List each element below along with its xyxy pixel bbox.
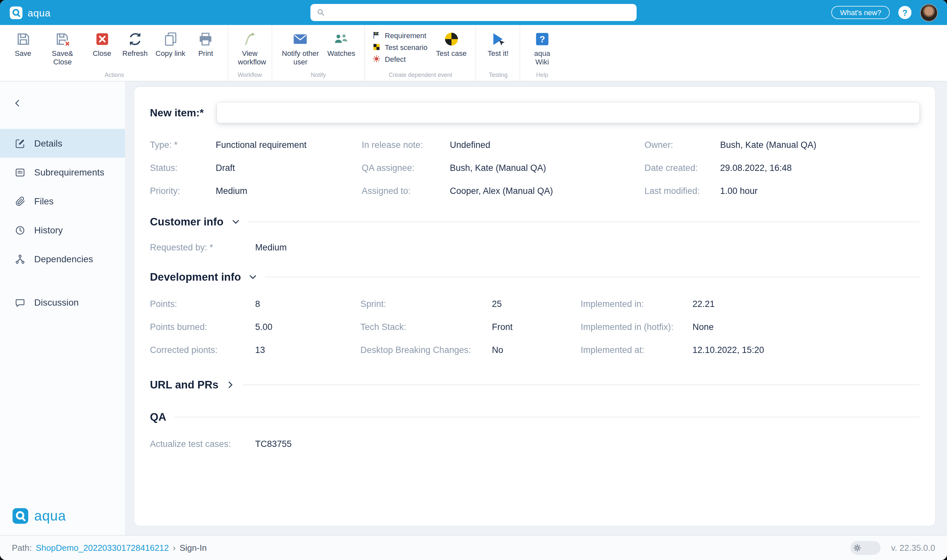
- ribbon-group-actions: Save Save& Close Close Refresh Copy link: [1, 25, 228, 81]
- user-avatar[interactable]: [920, 4, 938, 22]
- chevron-down-icon[interactable]: [231, 218, 240, 226]
- create-test-scenario-button[interactable]: Test scenario: [372, 43, 428, 51]
- sidebar-item-label: History: [34, 225, 63, 235]
- sprint-label: Sprint:: [360, 299, 492, 309]
- close-icon: [94, 31, 110, 47]
- save-button[interactable]: Save: [7, 28, 39, 60]
- create-test-case-label: Test case: [436, 49, 467, 58]
- sidebar-nav: Details Subrequirements Files History De…: [0, 129, 125, 317]
- close-button[interactable]: Close: [86, 28, 118, 60]
- notify-other-user-button[interactable]: Notify other user: [278, 28, 323, 69]
- refresh-button[interactable]: Refresh: [119, 28, 151, 60]
- tech-stack-value[interactable]: Front: [492, 322, 581, 332]
- section-divider: [243, 385, 919, 385]
- assigned-to-value[interactable]: Cooper, Alex (Manual QA): [450, 186, 645, 196]
- sidebar-item-history[interactable]: History: [0, 215, 125, 245]
- sidebar-item-discussion[interactable]: Discussion: [0, 288, 125, 317]
- test-it-icon: [490, 31, 507, 47]
- type-value[interactable]: Functional requirement: [216, 140, 362, 150]
- points-burned-value[interactable]: 5.00: [255, 322, 360, 332]
- create-defect-button[interactable]: Defect: [372, 55, 428, 63]
- item-form-card: New item:* Type: * Functional requiremen…: [134, 87, 935, 526]
- customer-info-section-header[interactable]: Customer info: [150, 215, 919, 228]
- actualize-test-cases-value[interactable]: TC83755: [255, 439, 360, 449]
- breadcrumb-project-link[interactable]: ShopDemo_202203301728416212: [36, 543, 169, 553]
- print-button[interactable]: Print: [190, 28, 222, 60]
- refresh-button-label: Refresh: [122, 49, 148, 58]
- status-value[interactable]: Draft: [216, 163, 362, 173]
- footer-right-cluster: v. 22.35.0.0: [850, 541, 935, 555]
- url-and-prs-section-header[interactable]: URL and PRs: [150, 378, 919, 391]
- copy-link-button[interactable]: Copy link: [152, 28, 189, 60]
- aqua-footer-logo-text: aqua: [34, 508, 66, 524]
- ribbon-group-testing: Test it! Testing: [476, 25, 520, 81]
- sidebar-item-dependencies[interactable]: Dependencies: [0, 245, 125, 274]
- search-input[interactable]: [330, 8, 631, 17]
- development-info-section-header[interactable]: Development info: [150, 271, 919, 283]
- defect-icon: [372, 55, 381, 63]
- path-label: Path:: [12, 543, 32, 553]
- test-it-label: Test it!: [488, 49, 509, 58]
- corrected-points-value[interactable]: 13: [255, 345, 360, 355]
- test-it-button[interactable]: Test it!: [482, 28, 514, 60]
- requested-by-value[interactable]: Medium: [255, 243, 360, 252]
- in-release-note-value[interactable]: Undefined: [450, 140, 645, 150]
- top-bar: aqua What's new? ?: [0, 0, 947, 25]
- last-modified-value: 1.00 hour: [720, 186, 919, 196]
- wiki-icon: ?: [534, 31, 550, 47]
- chevron-right-icon[interactable]: [226, 380, 235, 389]
- desktop-breaking-changes-value[interactable]: No: [492, 345, 581, 355]
- main-area: New item:* Type: * Functional requiremen…: [125, 82, 947, 535]
- section-divider: [265, 277, 919, 277]
- ribbon-group-notify: Notify other user Watches Notify: [272, 25, 365, 81]
- ribbon-group-label-workflow: Workflow: [234, 70, 266, 80]
- create-test-case-button[interactable]: Test case: [433, 28, 470, 60]
- test-scenario-icon: [372, 43, 381, 51]
- qa-assignee-value[interactable]: Bush, Kate (Manual QA): [450, 163, 645, 173]
- implemented-at-value[interactable]: 12.10.2022, 15:20: [693, 345, 919, 355]
- corrected-points-label: Corrected pionts:: [150, 345, 255, 355]
- watches-button[interactable]: Watches: [324, 28, 359, 60]
- whats-new-button[interactable]: What's new?: [832, 6, 890, 19]
- create-test-scenario-label: Test scenario: [385, 43, 428, 51]
- implemented-in-hotfix-value[interactable]: None: [693, 322, 919, 332]
- points-value[interactable]: 8: [255, 299, 360, 309]
- sprint-value[interactable]: 25: [492, 299, 581, 309]
- create-requirement-button[interactable]: Requirement: [372, 31, 428, 40]
- search-bar[interactable]: [310, 4, 637, 21]
- implemented-in-value[interactable]: 22.21: [693, 299, 919, 309]
- chevron-down-icon[interactable]: [249, 273, 257, 281]
- view-workflow-button[interactable]: View workflow: [234, 28, 266, 69]
- aqua-wiki-button[interactable]: ? aqua Wiki: [527, 28, 558, 69]
- sidebar-item-details[interactable]: Details: [0, 129, 125, 158]
- page-title: New item:*: [150, 107, 204, 118]
- customer-fields: Requested by: * Medium: [150, 243, 919, 252]
- subrequirements-icon: [14, 167, 26, 178]
- customer-info-title: Customer info: [150, 215, 223, 228]
- requirement-icon: [372, 31, 381, 40]
- ribbon-group-label-actions: Actions: [7, 70, 222, 80]
- ribbon-group-create-dependent-event: Requirement Test scenario Defect Test ca…: [364, 25, 476, 81]
- brand-logo[interactable]: aqua: [9, 6, 51, 19]
- help-button[interactable]: ?: [898, 6, 912, 19]
- save-button-label: Save: [15, 49, 31, 58]
- aqua-footer-logo[interactable]: aqua: [12, 508, 66, 525]
- gear-icon: [852, 543, 862, 553]
- settings-toggle[interactable]: [850, 541, 881, 555]
- priority-value[interactable]: Medium: [216, 186, 362, 196]
- in-release-note-label: In release note:: [362, 140, 450, 150]
- sidebar-item-files[interactable]: Files: [0, 187, 125, 215]
- general-fields: Type: * Functional requirement In releas…: [150, 140, 919, 196]
- implemented-at-label: Implemented at:: [581, 345, 693, 355]
- view-workflow-label: View workflow: [238, 49, 262, 66]
- collapse-sidebar-button[interactable]: [9, 95, 26, 112]
- development-info-title: Development info: [150, 271, 241, 283]
- sidebar-item-label: Subrequirements: [34, 167, 104, 177]
- ribbon-toolbar: Save Save& Close Close Refresh Copy link: [0, 25, 947, 82]
- qa-fields: Actualize test cases: TC83755: [150, 439, 919, 449]
- save-and-close-button[interactable]: Save& Close: [40, 28, 85, 69]
- new-item-name-input[interactable]: [217, 103, 919, 123]
- owner-value: Bush, Kate (Manual QA): [720, 140, 919, 150]
- notify-other-user-label: Notify other user: [282, 49, 320, 66]
- sidebar-item-subrequirements[interactable]: Subrequirements: [0, 158, 125, 187]
